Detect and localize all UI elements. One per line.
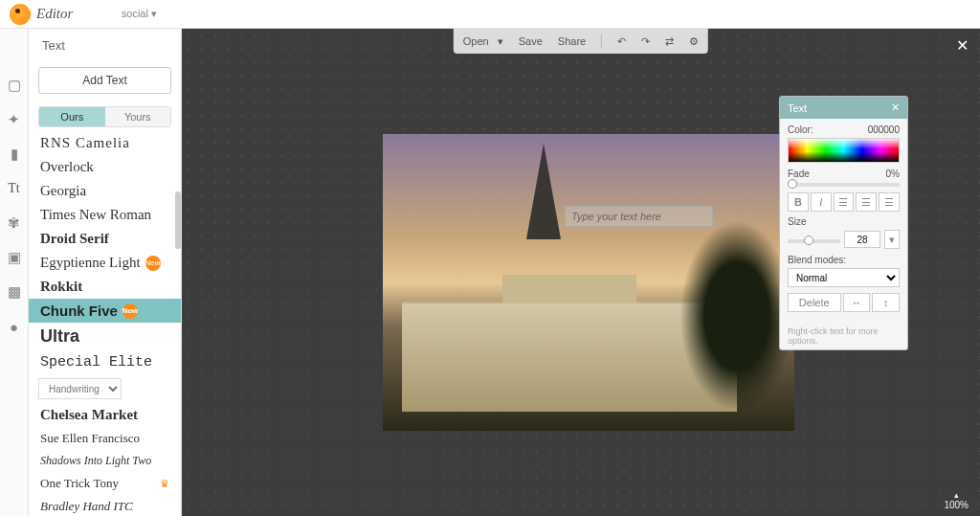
- panel-hint: Right-click text for more options.: [780, 323, 907, 349]
- size-label: Size: [788, 216, 806, 227]
- frame-icon[interactable]: ▣: [6, 249, 23, 266]
- settings-icon[interactable]: ⚙: [689, 35, 699, 48]
- canvas-area: Open ▾ Save Share ↶ ↷ ⇄ ⚙ ✕ Type your te…: [182, 29, 980, 516]
- font-item[interactable]: Georgia: [29, 179, 181, 203]
- share-button[interactable]: Share: [558, 35, 586, 47]
- app-header: Editor social ▾: [0, 0, 980, 29]
- fade-label: Fade: [788, 168, 810, 179]
- new-badge: New: [145, 256, 161, 271]
- save-button[interactable]: Save: [519, 35, 543, 47]
- text-tool-icon[interactable]: Tt: [6, 180, 23, 197]
- redo-icon[interactable]: ↷: [641, 35, 650, 48]
- panel-title: Text: [29, 29, 181, 62]
- image-content: [526, 144, 561, 239]
- delete-button[interactable]: Delete: [788, 293, 841, 312]
- text-placeholder: Type your text here: [571, 211, 661, 222]
- image-canvas[interactable]: Type your text here: [383, 134, 794, 431]
- size-dropdown-button[interactable]: ▾: [884, 230, 900, 249]
- panel-title: Text: [788, 102, 807, 114]
- blend-label: Blend modes:: [788, 255, 846, 265]
- scrollbar-thumb[interactable]: [175, 191, 181, 249]
- flip-horizontal-button[interactable]: ↔: [843, 293, 871, 312]
- font-item[interactable]: Chunk FiveNew: [29, 299, 181, 323]
- text-side-panel: Text Add Text Ours Yours RNS CameliaOver…: [29, 29, 182, 516]
- crop-icon[interactable]: ▢: [6, 77, 23, 94]
- font-item[interactable]: Rokkit: [29, 275, 181, 299]
- blend-mode-select[interactable]: Normal: [788, 268, 900, 287]
- texture-icon[interactable]: ▩: [6, 283, 23, 301]
- align-center-button[interactable]: ☰: [856, 192, 877, 212]
- fit-icon[interactable]: ⇄: [665, 35, 674, 48]
- caret-down-icon: ▾: [151, 8, 157, 19]
- crown-icon: ♛: [160, 478, 169, 490]
- text-input-box[interactable]: Type your text here: [565, 206, 713, 227]
- color-value: 000000: [868, 124, 900, 135]
- zoom-indicator[interactable]: ▴ 100%: [944, 490, 969, 510]
- color-picker[interactable]: [788, 138, 900, 163]
- tab-ours[interactable]: Ours: [39, 107, 105, 126]
- separator: [601, 34, 602, 48]
- app-title: Editor: [36, 6, 73, 22]
- color-label: Color:: [788, 124, 813, 135]
- size-slider[interactable]: [788, 239, 840, 243]
- font-item[interactable]: Times New Roman: [29, 203, 181, 227]
- fade-value: 0%: [886, 168, 900, 179]
- app-logo: Editor: [10, 4, 73, 25]
- font-item[interactable]: RNS Camelia: [29, 131, 181, 155]
- font-item[interactable]: Shadows Into Light Two: [29, 450, 181, 472]
- bold-button[interactable]: B: [788, 192, 809, 212]
- font-item[interactable]: Sue Ellen Francisco: [29, 427, 181, 450]
- text-properties-panel: Text ✕ Color:000000 Fade0% B I ☰ ☰ ☰ Siz…: [779, 96, 908, 350]
- font-item[interactable]: Overlock: [29, 155, 181, 179]
- font-item[interactable]: Chelsea Market: [29, 403, 181, 427]
- canvas-toolbar: Open ▾ Save Share ↶ ↷ ⇄ ⚙: [454, 29, 708, 54]
- caret-down-icon: ▾: [498, 35, 503, 48]
- font-item[interactable]: One Trick Tony♛: [29, 472, 181, 495]
- font-category-select[interactable]: Handwriting: [38, 378, 122, 399]
- panel-header[interactable]: Text ✕: [780, 97, 907, 119]
- font-item[interactable]: Egyptienne LightNew: [29, 251, 181, 275]
- zoom-value: 100%: [944, 500, 969, 510]
- font-item[interactable]: Ultra: [29, 323, 181, 350]
- font-item[interactable]: Special Elite: [29, 350, 181, 374]
- butterfly-icon[interactable]: ✾: [6, 214, 23, 232]
- tool-rail: ▢ ✦ ▮ Tt ✾ ▣ ▩ ●: [0, 29, 29, 516]
- tab-yours[interactable]: Yours: [105, 107, 171, 126]
- new-badge: New: [122, 303, 138, 319]
- close-icon[interactable]: ✕: [891, 101, 900, 114]
- image-content: [679, 220, 794, 412]
- apple-icon[interactable]: ●: [6, 318, 23, 335]
- font-list[interactable]: RNS CameliaOverlockGeorgiaTimes New Roma…: [29, 127, 181, 516]
- magic-icon[interactable]: ✦: [6, 111, 23, 128]
- italic-button[interactable]: I: [811, 192, 832, 212]
- font-item[interactable]: Bradley Hand ITC: [29, 495, 181, 516]
- close-button[interactable]: ✕: [956, 36, 969, 55]
- monkey-icon: [10, 4, 31, 25]
- fade-slider[interactable]: [788, 183, 900, 187]
- font-tabs: Ours Yours: [38, 106, 171, 127]
- align-right-button[interactable]: ☰: [879, 192, 900, 212]
- add-text-button[interactable]: Add Text: [38, 67, 171, 94]
- font-item[interactable]: Droid Serif: [29, 227, 181, 251]
- mode-selector[interactable]: social ▾: [122, 8, 157, 20]
- caret-up-icon: ▴: [944, 490, 969, 500]
- brush-icon[interactable]: ▮: [6, 146, 23, 163]
- align-left-button[interactable]: ☰: [834, 192, 855, 212]
- undo-icon[interactable]: ↶: [617, 35, 626, 48]
- flip-vertical-button[interactable]: ↕: [872, 293, 900, 312]
- size-input[interactable]: [844, 231, 880, 248]
- open-button[interactable]: Open ▾: [463, 35, 503, 48]
